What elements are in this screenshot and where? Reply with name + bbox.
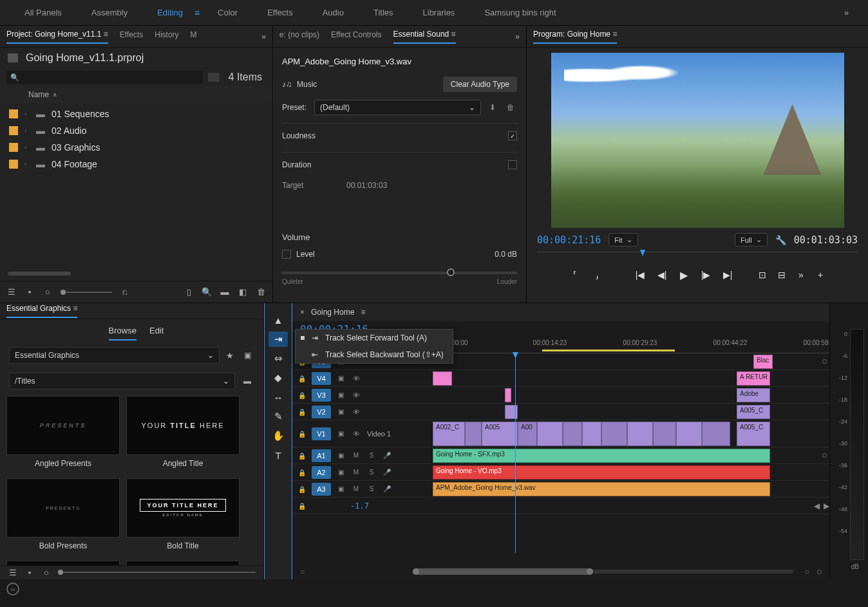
workspace-tab-color[interactable]: Color xyxy=(206,1,249,24)
timeline-clip[interactable] xyxy=(465,422,482,446)
eg-template-angled-title[interactable]: YOUR TITLE HERE Angled Title xyxy=(126,396,240,472)
lock-icon[interactable]: 🔒 xyxy=(298,375,306,382)
go-to-in-icon[interactable]: |◀ xyxy=(634,268,646,281)
eg-grid-view-icon[interactable]: ▪ xyxy=(24,567,35,577)
eg-template-bold-presents[interactable]: PRESENTS Bold Presents xyxy=(6,478,120,554)
auto-match-icon[interactable]: ▯ xyxy=(184,287,194,297)
track-select-tool-icon[interactable]: ⇥ xyxy=(269,332,288,347)
razor-tool-icon[interactable]: ◆ xyxy=(269,370,288,386)
eye-icon[interactable]: 👁 xyxy=(349,375,363,382)
mark-out-icon[interactable]: ⸥ xyxy=(590,268,603,281)
workspace-menu-icon[interactable]: ≡ xyxy=(194,8,200,18)
lock-icon[interactable]: 🔒 xyxy=(298,453,306,460)
export-frame-icon[interactable]: » xyxy=(795,268,807,281)
timeline-zoom-scrollbar[interactable] xyxy=(413,570,793,574)
tab-effect-controls[interactable]: Effect Controls xyxy=(331,30,381,43)
program-time-ruler[interactable] xyxy=(537,252,858,261)
bin-graphics[interactable]: ›▬03 Graphics xyxy=(0,139,272,156)
timeline-clip-audio-music[interactable]: APM_Adobe_Going Home_v3.wav xyxy=(433,482,770,496)
eg-zoom-slider[interactable] xyxy=(58,572,256,573)
timeline-clip[interactable]: A005 xyxy=(482,422,518,446)
timeline-playhead[interactable] xyxy=(515,353,516,553)
delete-icon[interactable]: 🗑 xyxy=(256,287,266,297)
workspace-tab-titles[interactable]: Titles xyxy=(362,1,405,24)
eye-icon[interactable]: 👁 xyxy=(349,408,363,416)
sync-lock-icon[interactable]: ▣ xyxy=(334,485,348,492)
step-forward-icon[interactable]: |▶ xyxy=(699,268,712,281)
tl-zoom-in-handle[interactable]: ○ xyxy=(805,567,809,576)
eg-tab-browse[interactable]: Browse xyxy=(109,326,137,341)
track-v3[interactable]: 🔒V3▣👁 Adobe xyxy=(292,387,829,404)
eg-list-view-icon[interactable]: ☰ xyxy=(8,567,18,577)
workspace-tab-all-panels[interactable]: All Panels xyxy=(13,1,73,24)
freeform-view-icon[interactable]: ○ xyxy=(42,287,53,297)
eg-zoom-out-icon[interactable]: ○ xyxy=(41,567,52,577)
go-to-out-icon[interactable]: ▶| xyxy=(721,268,734,281)
level-checkbox[interactable] xyxy=(282,250,291,259)
timeline-clip[interactable] xyxy=(563,422,582,446)
track-a1[interactable]: 🔒A1▣MS🎤 Going Home - SFX.mp3 xyxy=(292,447,829,464)
close-sequence-icon[interactable]: × xyxy=(300,308,305,317)
mic-icon[interactable]: 🎤 xyxy=(380,452,394,459)
selection-tool-icon[interactable]: ▲ xyxy=(269,312,288,328)
timeline-clip[interactable] xyxy=(505,405,518,419)
preset-delete-icon[interactable]: 🗑 xyxy=(504,103,517,112)
lift-icon[interactable]: ⊡ xyxy=(756,268,769,281)
project-column-name[interactable]: Name∧ xyxy=(0,86,272,103)
hand-tool-icon[interactable]: ✋ xyxy=(269,428,288,444)
tl-zoom-out-handle[interactable]: ○ xyxy=(300,567,305,576)
creative-cloud-icon[interactable]: ∞ xyxy=(6,583,19,595)
type-tool-icon[interactable]: T xyxy=(269,447,288,463)
sync-lock-icon[interactable]: ▣ xyxy=(334,408,348,415)
timeline-clip-audio-vo[interactable]: Going Home - VO.mp3 xyxy=(433,465,770,480)
play-icon[interactable]: ▶ xyxy=(677,268,690,281)
timeline-clip[interactable] xyxy=(653,422,676,446)
tab-effects[interactable]: Effects xyxy=(120,30,143,43)
thumbnail-zoom-slider[interactable] xyxy=(61,292,112,293)
eg-tab-edit[interactable]: Edit xyxy=(149,326,164,341)
flyout-track-select-backward[interactable]: ⇤Track Select Backward Tool (⇧+A) xyxy=(296,346,453,363)
tab-program[interactable]: Program: Going Home ≡ xyxy=(533,30,617,44)
slip-tool-icon[interactable]: ↔ xyxy=(269,389,288,405)
button-editor-icon[interactable]: + xyxy=(814,268,827,281)
work-area-bar[interactable] xyxy=(542,350,675,351)
track-scroll-icon[interactable] xyxy=(822,453,827,458)
timeline-clip[interactable]: Blac xyxy=(753,355,773,369)
mute-btn[interactable]: M xyxy=(349,469,363,476)
sync-lock-icon[interactable]: ▣ xyxy=(334,375,348,382)
eg-stock-icon[interactable]: ▣ xyxy=(240,351,254,360)
tl-vert-scroll-icon[interactable] xyxy=(817,570,822,574)
mic-icon[interactable]: 🎤 xyxy=(380,485,394,492)
timeline-clip[interactable] xyxy=(537,422,563,446)
lock-icon[interactable]: 🔒 xyxy=(298,431,306,438)
zoom-fit-dropdown[interactable]: Fit⌄ xyxy=(609,233,637,247)
bin-sequences[interactable]: ›▬01 Sequences xyxy=(0,106,272,122)
tab-project[interactable]: Project: Going Home_v11.1 ≡ xyxy=(6,30,108,44)
volume-slider[interactable] xyxy=(282,272,517,274)
clear-audio-type-button[interactable]: Clear Audio Type xyxy=(443,77,517,92)
list-view-icon[interactable]: ☰ xyxy=(6,287,17,297)
solo-btn[interactable]: S xyxy=(364,452,379,459)
timeline-clip-audio-sfx[interactable]: Going Home - SFX.mp3 xyxy=(433,449,770,463)
timeline-clip[interactable]: A005_C xyxy=(737,422,770,446)
sequence-menu-icon[interactable]: ≡ xyxy=(361,308,365,317)
mark-in-icon[interactable]: ⸢ xyxy=(568,268,581,281)
workspace-tab-assembly[interactable]: Assembly xyxy=(80,1,139,24)
preset-dropdown[interactable]: (Default)⌄ xyxy=(314,100,481,115)
eg-star-icon[interactable]: ★ xyxy=(225,351,235,360)
sync-lock-icon[interactable]: ▣ xyxy=(334,469,348,476)
new-item-icon[interactable]: ◧ xyxy=(238,287,248,297)
new-bin-icon[interactable]: ▬ xyxy=(220,287,230,297)
workspace-tab-editing[interactable]: Editing xyxy=(146,1,194,24)
step-back-icon[interactable]: ◀| xyxy=(656,268,668,281)
lock-icon[interactable]: 🔒 xyxy=(298,409,306,416)
mute-btn[interactable]: M xyxy=(349,452,363,459)
lock-icon[interactable]: 🔒 xyxy=(298,469,306,476)
tab-essential-graphics[interactable]: Essential Graphics ≡ xyxy=(6,304,77,318)
timeline-clip[interactable]: A RETUR xyxy=(737,371,770,386)
timeline-clip[interactable]: A005_C xyxy=(737,405,770,419)
lock-icon[interactable]: 🔒 xyxy=(298,392,306,399)
extract-icon[interactable]: ⊟ xyxy=(775,268,788,281)
timeline-clip[interactable] xyxy=(601,422,627,446)
program-current-timecode[interactable]: 00:00:21:16 xyxy=(537,234,601,246)
